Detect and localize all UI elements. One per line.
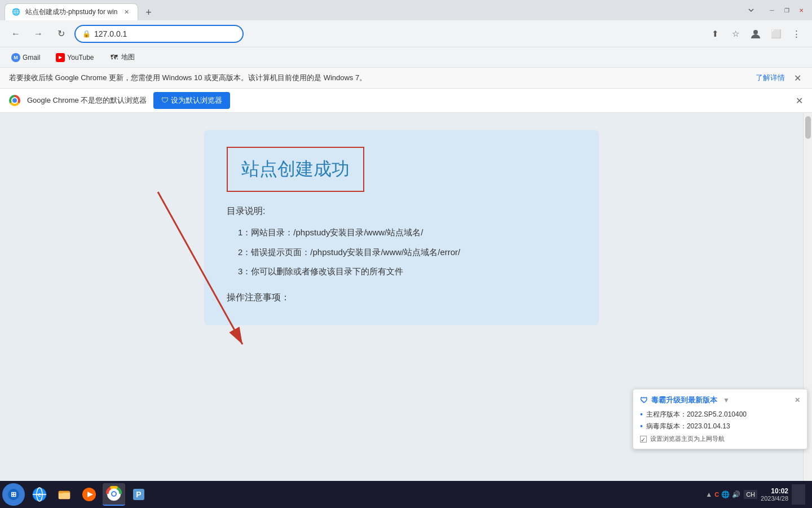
section2-title: 操作注意事项： bbox=[227, 292, 576, 304]
window-controls: ─ ❐ ✕ bbox=[766, 4, 807, 16]
tab-list-button[interactable] bbox=[743, 2, 759, 18]
forward-button[interactable]: → bbox=[29, 25, 47, 43]
list-item-1: 1：网站目录：/phpstudy安装目录/www/站点域名/ bbox=[238, 226, 576, 239]
new-tab-button[interactable]: + bbox=[140, 5, 156, 20]
youtube-icon bbox=[56, 53, 65, 62]
address-text: 127.0.0.1 bbox=[94, 29, 236, 38]
tab-strip: 🌐 站点创建成功-phpstudy for win ✕ + bbox=[5, 0, 741, 20]
section1-title: 目录说明: bbox=[227, 205, 576, 217]
popup-title: 毒霸升级到最新版本 bbox=[651, 395, 717, 405]
list-item-2: 2：错误提示页面：/phpstudy安装目录/www/站点域名/error/ bbox=[238, 246, 576, 259]
address-bar[interactable]: 🔒 127.0.0.1 bbox=[74, 25, 244, 43]
taskbar-chrome-button[interactable] bbox=[103, 483, 125, 506]
tray-csdn-icon[interactable]: C bbox=[714, 491, 719, 498]
bookmarks-bar: M Gmail YouTube 🗺 地图 bbox=[0, 47, 812, 68]
bookmark-maps-label: 地图 bbox=[121, 52, 135, 62]
bookmark-youtube-label: YouTube bbox=[67, 54, 94, 62]
set-default-button[interactable]: 🛡 设为默认浏览器 bbox=[153, 92, 230, 109]
page-title: 站点创建成功 bbox=[241, 157, 350, 182]
tray-network-icon[interactable]: 🌐 bbox=[721, 491, 730, 498]
nav-bar: ← → ↻ 🔒 127.0.0.1 ⬆ ☆ ⬜ ⋮ bbox=[0, 20, 812, 47]
bullet-icon-1: • bbox=[640, 410, 643, 419]
taskbar-ie-button[interactable]: e bbox=[28, 483, 51, 506]
list-item-3: 3：你可以删除或者修改该目录下的所有文件 bbox=[238, 265, 576, 278]
scrollbar-thumb[interactable] bbox=[805, 116, 811, 139]
taskbar-right: ▲ C 🌐 🔊 CH 10:02 2023/4/28 bbox=[705, 484, 810, 505]
address-bar-container: 🔒 127.0.0.1 bbox=[74, 25, 701, 43]
language-indicator[interactable]: CH bbox=[744, 490, 757, 499]
popup-item-2-text: 病毒库版本：2023.01.04.13 bbox=[646, 422, 730, 431]
page-content: 站点创建成功 目录说明: 1：网站目录：/phpstudy安装目录/www/站点… bbox=[0, 113, 812, 481]
tab-close-button[interactable]: ✕ bbox=[122, 8, 131, 17]
svg-point-0 bbox=[753, 30, 758, 34]
svg-text:e: e bbox=[38, 492, 41, 498]
popup-item-1-text: 主程序版本：2022.SP5.2.010400 bbox=[646, 410, 747, 419]
popup-checkbox-label: 设置浏览器主页为上网导航 bbox=[650, 435, 725, 443]
popup-close-button[interactable]: ✕ bbox=[795, 396, 800, 404]
popup-checkbox[interactable]: ✓ bbox=[640, 436, 647, 443]
back-button[interactable]: ← bbox=[7, 25, 25, 43]
clock-date: 2023/4/28 bbox=[761, 495, 788, 502]
bookmark-gmail-label: Gmail bbox=[23, 54, 40, 62]
title-bar: 🌐 站点创建成功-phpstudy for win ✕ + ─ ❐ ✕ bbox=[0, 0, 812, 20]
svg-rect-10 bbox=[59, 493, 70, 499]
success-card: 站点创建成功 目录说明: 1：网站目录：/phpstudy安装目录/www/站点… bbox=[204, 130, 599, 325]
update-notification-text: 若要接收后续 Google Chrome 更新，您需使用 Windows 10 … bbox=[9, 73, 751, 83]
profile-button[interactable] bbox=[747, 25, 765, 43]
show-desktop-button[interactable] bbox=[792, 484, 805, 505]
secure-icon: 🔒 bbox=[82, 30, 91, 38]
share-button[interactable]: ⬆ bbox=[706, 25, 724, 43]
card-title-box: 站点创建成功 bbox=[227, 147, 364, 192]
restore-button[interactable]: ❐ bbox=[780, 4, 793, 16]
bullet-icon-2: • bbox=[640, 422, 643, 431]
chrome-logo-icon bbox=[9, 95, 20, 106]
svg-text:P: P bbox=[136, 490, 141, 499]
gmail-icon: M bbox=[11, 53, 20, 62]
nav-actions: ⬆ ☆ ⬜ ⋮ bbox=[706, 25, 805, 43]
systray: ▲ C 🌐 🔊 bbox=[705, 491, 740, 498]
tab-favicon: 🌐 bbox=[12, 8, 21, 17]
popup-item-2: • 病毒库版本：2023.01.04.13 bbox=[640, 422, 800, 431]
start-button[interactable]: ⊞ bbox=[2, 483, 25, 506]
popup-item-1: • 主程序版本：2022.SP5.2.010400 bbox=[640, 410, 800, 419]
bookmark-youtube[interactable]: YouTube bbox=[51, 51, 98, 64]
taskbar-media-button[interactable] bbox=[78, 483, 100, 506]
bookmark-maps[interactable]: 🗺 地图 bbox=[105, 50, 139, 64]
taskbar-app-button[interactable]: P bbox=[127, 483, 150, 506]
tray-volume-icon[interactable]: 🔊 bbox=[732, 491, 740, 498]
default-notification-close[interactable]: ✕ bbox=[796, 95, 803, 106]
taskbar-explorer-button[interactable] bbox=[53, 483, 76, 506]
default-browser-text: Google Chrome 不是您的默认浏览器 bbox=[27, 95, 147, 106]
tab-title: 站点创建成功-phpstudy for win bbox=[25, 7, 117, 17]
popup-header: 🛡 毒霸升级到最新版本 ▼ ✕ bbox=[640, 395, 800, 405]
antivirus-popup: 🛡 毒霸升级到最新版本 ▼ ✕ • 主程序版本：2022.SP5.2.01040… bbox=[633, 389, 807, 449]
update-notification-close[interactable]: ✕ bbox=[792, 72, 803, 84]
clock-time: 10:02 bbox=[761, 487, 788, 495]
svg-text:⊞: ⊞ bbox=[11, 491, 16, 498]
bookmark-gmail[interactable]: M Gmail bbox=[7, 51, 45, 64]
sidebar-button[interactable]: ⬜ bbox=[767, 25, 785, 43]
learn-more-link[interactable]: 了解详情 bbox=[756, 73, 785, 83]
popup-minimize-button[interactable]: ▼ bbox=[723, 396, 730, 404]
svg-rect-11 bbox=[59, 491, 64, 493]
reload-button[interactable]: ↻ bbox=[52, 25, 70, 43]
set-default-button-label: 🛡 设为默认浏览器 bbox=[161, 95, 222, 106]
maps-icon: 🗺 bbox=[110, 53, 119, 62]
antivirus-icon: 🛡 bbox=[640, 396, 648, 405]
directory-list: 1：网站目录：/phpstudy安装目录/www/站点域名/ 2：错误提示页面：… bbox=[227, 226, 576, 278]
popup-checkbox-row: ✓ 设置浏览器主页为上网导航 bbox=[640, 435, 800, 443]
close-button[interactable]: ✕ bbox=[795, 4, 807, 16]
svg-point-16 bbox=[112, 492, 116, 496]
bookmark-button[interactable]: ☆ bbox=[726, 25, 744, 43]
browser-window: 🌐 站点创建成功-phpstudy for win ✕ + ─ ❐ ✕ ← → … bbox=[0, 0, 812, 508]
update-notification-bar: 若要接收后续 Google Chrome 更新，您需使用 Windows 10 … bbox=[0, 68, 812, 89]
tray-expand-button[interactable]: ▲ bbox=[705, 491, 712, 498]
menu-button[interactable]: ⋮ bbox=[787, 25, 805, 43]
taskbar-clock[interactable]: 10:02 2023/4/28 bbox=[761, 487, 788, 502]
minimize-button[interactable]: ─ bbox=[766, 4, 778, 16]
active-tab[interactable]: 🌐 站点创建成功-phpstudy for win ✕ bbox=[5, 3, 138, 20]
taskbar: ⊞ e bbox=[0, 481, 812, 508]
default-browser-notification-bar: Google Chrome 不是您的默认浏览器 🛡 设为默认浏览器 ✕ bbox=[0, 89, 812, 113]
